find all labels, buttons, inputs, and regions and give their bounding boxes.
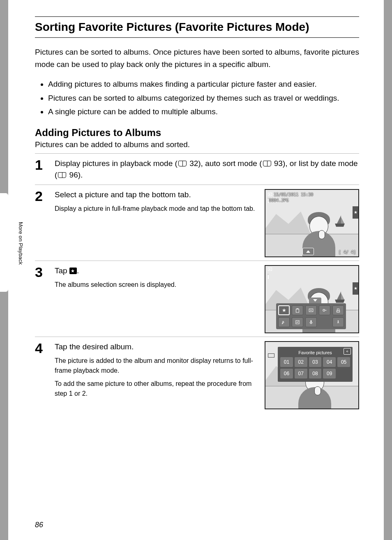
album-cell[interactable]: 07	[295, 369, 307, 378]
separator	[35, 337, 359, 337]
album-panel: Favorite pictures 01 02 03 04 05 06 07 0…	[278, 347, 353, 382]
play-icon	[268, 193, 272, 196]
svg-rect-3	[311, 320, 311, 323]
step-sub: To add the same picture to other albums,…	[55, 379, 256, 399]
album-cell[interactable]: 05	[337, 357, 350, 367]
protect-button[interactable]	[319, 305, 330, 315]
separator	[35, 153, 359, 154]
step-sub: Display a picture in full-frame playback…	[55, 204, 256, 214]
page-ref-icon	[263, 161, 271, 166]
collapse-button[interactable]	[309, 298, 321, 303]
album-cell[interactable]: 06	[280, 369, 293, 378]
album-cell[interactable]: 09	[323, 369, 336, 378]
step-title: Select a picture and tap the bottom tab.	[55, 189, 256, 201]
menu-panel: ★	[276, 303, 346, 329]
step-body: Display pictures in playback mode ( 32),…	[55, 158, 359, 181]
page-ref-icon	[58, 172, 66, 178]
separator	[35, 261, 359, 261]
subheading-desc: Pictures can be added to albums and sort…	[35, 140, 359, 149]
print-button[interactable]	[332, 305, 344, 315]
camera-screen-menu: ★ ★	[265, 265, 359, 333]
rule	[35, 37, 359, 38]
frame-counter: [ 4/ 4]	[339, 249, 356, 255]
step-title: Tap .	[55, 265, 256, 277]
step-2: 2 Select a picture and tap the bottom ta…	[35, 189, 359, 257]
back-button[interactable]	[344, 348, 351, 355]
album-cell[interactable]: 03	[309, 357, 322, 367]
album-cell[interactable]: 02	[295, 357, 307, 367]
slideshow-button[interactable]	[305, 305, 317, 315]
paint-button[interactable]	[278, 317, 290, 327]
bullet-item: Adding pictures to albums makes finding …	[48, 78, 359, 90]
step-text: .	[77, 266, 79, 275]
page-number: 86	[35, 521, 43, 529]
bullet-item: Pictures can be sorted to albums categor…	[48, 92, 359, 104]
favorite-button[interactable]: ★	[278, 305, 290, 315]
filename-text: 0004.JPG	[269, 198, 288, 203]
svg-point-4	[338, 321, 339, 321]
step-sub: The albums selection screen is displayed…	[55, 280, 256, 290]
step-text: 32), auto sort mode (	[187, 159, 262, 168]
bottom-tab-button[interactable]	[302, 248, 314, 255]
svg-point-1	[323, 309, 325, 311]
separator	[35, 185, 359, 185]
favorite-tab-icon: ★	[353, 206, 358, 219]
page: More on Playback Sorting Favorite Pictur…	[8, 0, 384, 540]
favorite-icon	[69, 268, 77, 274]
step-number: 4	[35, 341, 48, 355]
card-icon	[268, 274, 269, 279]
retouch-button[interactable]	[292, 317, 303, 327]
camera-screen-albums: Favorite pictures 01 02 03 04 05 06 07 0…	[265, 341, 359, 409]
intro-paragraph: Pictures can be sorted to albums. Once p…	[35, 46, 359, 71]
album-cell[interactable]: 01	[280, 357, 293, 367]
album-cell[interactable]: 04	[323, 357, 336, 367]
step-3: 3 Tap . The albums selection screen is d…	[35, 265, 359, 333]
favorite-tab-icon: ★	[353, 282, 358, 295]
play-icon	[268, 268, 272, 271]
step-title: Tap the desired album.	[55, 341, 256, 353]
step-4: 4 Tap the desired album. The picture is …	[35, 341, 359, 409]
sidebar-tab	[0, 193, 8, 292]
step-text: Display pictures in playback mode (	[55, 159, 178, 168]
page-title: Sorting Favorite Pictures (Favorite Pict…	[35, 20, 359, 34]
setup-button[interactable]	[332, 317, 344, 327]
step-number: 2	[35, 189, 48, 203]
page-ref-icon	[178, 161, 187, 166]
album-panel-title: Favorite pictures	[280, 349, 350, 358]
step-text: Tap	[55, 266, 69, 275]
step-text: 96).	[67, 171, 83, 179]
rule	[35, 16, 359, 17]
date-text: 15/05/2011 15:30	[274, 192, 313, 198]
bullet-item: A single picture can be added to multipl…	[48, 106, 359, 118]
section-label: More on Playback	[18, 222, 24, 265]
step-1: 1 Display pictures in playback mode ( 32…	[35, 158, 359, 181]
album-cell[interactable]: 08	[309, 369, 322, 378]
step-sub: The picture is added to the album and mo…	[55, 356, 256, 376]
step-number: 3	[35, 265, 48, 279]
voice-memo-button[interactable]	[305, 317, 317, 327]
bullet-list: Adding pictures to albums makes finding …	[35, 78, 359, 118]
card-icon	[268, 353, 274, 358]
card-icon	[268, 198, 269, 203]
camera-screen-playback: 15/05/2011 15:30 0004.JPG ★ [ 4/ 4]	[265, 189, 359, 257]
subheading: Adding Pictures to Albums	[35, 127, 359, 138]
delete-button[interactable]	[292, 305, 303, 315]
step-number: 1	[35, 158, 48, 172]
